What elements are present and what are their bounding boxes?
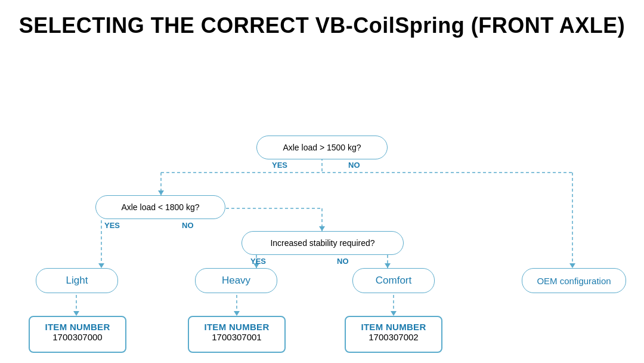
svg-marker-19 [234,311,240,316]
svg-marker-11 [319,226,325,231]
decision2-no: NO [182,221,194,230]
decision3-yes: YES [250,257,266,266]
decision-2: Axle load < 1800 kg? [95,195,225,219]
result-light: Light [36,268,118,293]
item-box-2: ITEM NUMBER 1700307002 [345,316,442,353]
item2-label: ITEM NUMBER [352,322,435,332]
diagram-area: Axle load > 1500 kg? YES NO Axle load < … [0,47,644,346]
item-box-0: ITEM NUMBER 1700307000 [29,316,126,353]
decision-3: Increased stability required? [242,231,404,255]
svg-marker-6 [569,263,575,268]
item0-number: 1700307000 [36,332,119,342]
decision1-yes: YES [272,161,287,170]
decision-1: Axle load > 1500 kg? [256,136,388,159]
item2-number: 1700307002 [352,332,435,342]
item1-label: ITEM NUMBER [195,322,278,332]
result-comfort: Comfort [352,268,435,293]
result-heavy: Heavy [195,268,277,293]
svg-marker-15 [385,263,391,268]
item-box-1: ITEM NUMBER 1700307001 [188,316,286,353]
result-oem: OEM configuration [522,268,626,293]
item1-number: 1700307001 [195,332,278,342]
svg-marker-21 [391,311,397,316]
svg-marker-8 [98,263,104,268]
connector-lines [0,47,644,346]
svg-marker-17 [73,311,79,316]
svg-marker-3 [158,190,164,195]
decision2-yes: YES [104,221,120,230]
decision1-no: NO [348,161,360,170]
decision3-no: NO [337,257,349,266]
page-title: SELECTING THE CORRECT VB-CoilSpring (FRO… [0,0,644,44]
item0-label: ITEM NUMBER [36,322,119,332]
